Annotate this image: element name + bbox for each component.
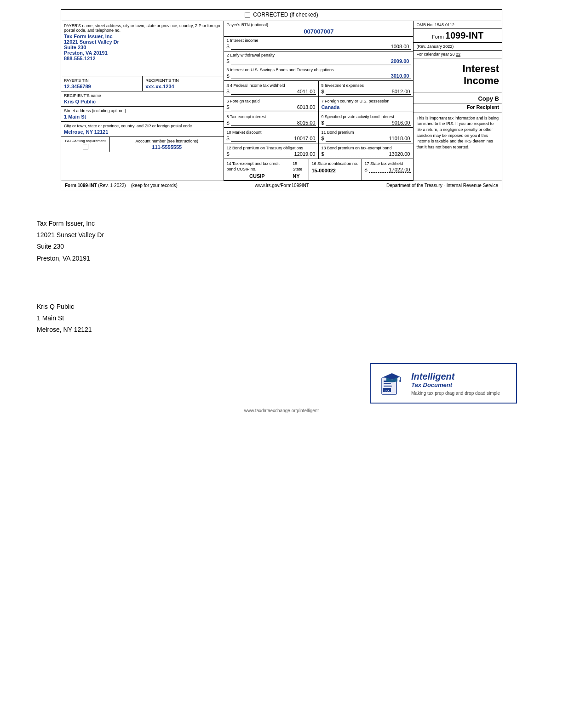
from-line1: Tax Form Issuer, Inc — [37, 218, 526, 229]
box3-amount: $ 3010.00 — [226, 73, 411, 79]
box17-cell: 17 State tax withheld $ 17022.00 — [362, 159, 413, 180]
box7-value: Canada — [321, 104, 411, 110]
tax-form-1099int: CORRECTED (if checked) PAYER'S name, str… — [61, 9, 502, 190]
box9-cell: 9 Specified private activity bond intere… — [319, 112, 413, 127]
recipient-street-cell: Street address (including apt. no.) 1 Ma… — [61, 107, 224, 122]
logo-title2: Tax Document — [411, 381, 452, 388]
box11-amount: $ 11018.00 — [321, 136, 411, 142]
box4-value: 4011.00 — [231, 89, 316, 95]
box5-label: 5 Investment expenses — [321, 83, 364, 88]
acct-label: Account number (see instructions) — [113, 139, 221, 143]
box17-label: 17 State tax withheld — [364, 161, 403, 166]
form-body: PAYER'S name, street address, city or to… — [61, 21, 502, 181]
logo-title-line2: Tax Document — [411, 381, 500, 389]
logo-text-block: Intelligent Tax Document Making tax prep… — [411, 371, 500, 396]
box16-value: 15-000022 — [311, 168, 359, 173]
box2-label: 2 Early withdrawal penalty — [226, 53, 411, 57]
box13-label: 13 Bond premium on tax-exempt bond — [321, 146, 391, 150]
box6-label: 6 Foreign tax paid — [226, 99, 259, 103]
footer-form: Form 1099-INT — [65, 183, 97, 188]
box16-cell: 16 State identification no. 15-000022 — [309, 159, 362, 180]
svg-rect-2 — [384, 383, 391, 384]
rev-cell: (Rev. January 2022) — [414, 43, 502, 51]
form-name-cell: Form 1099-INT — [414, 29, 502, 43]
box11-label: 11 Bond premium — [321, 130, 354, 135]
svg-rect-3 — [384, 386, 392, 387]
box8-value: 8015.00 — [231, 120, 316, 126]
mailing-section: Tax Form Issuer, Inc 12021 Sunset Valley… — [18, 218, 545, 336]
from-line4: Preston, VA 20191 — [37, 253, 526, 264]
acct-number: 111-5555555 — [113, 144, 221, 150]
box5-value: 5012.00 — [326, 89, 411, 95]
box10-amount: $ 10017.00 — [226, 136, 316, 142]
box7-cell: 7 Foreign country or U.S. possession Can… — [319, 97, 413, 112]
box12-dollar: $ — [226, 151, 229, 157]
footer-url-bottom: www.taxdataexchange.org/intelligent — [18, 408, 545, 413]
recipient-name-label: RECIPIENT'S name — [64, 93, 221, 98]
box13-value: 13020.00 — [326, 151, 411, 157]
copyb-cell: Copy B — [414, 92, 502, 103]
box12-cell: 12 Bond premium on Treasury obligations … — [224, 143, 319, 159]
box12-label: 12 Bond premium on Treasury obligations — [226, 146, 303, 150]
box4-cell: 4 4 Federal income tax withheld $ 4011.0… — [224, 81, 319, 96]
cal-year-suffix: 22 — [456, 52, 460, 57]
logo-icon: TAX — [378, 370, 406, 397]
box9-dollar: $ — [321, 120, 324, 125]
recipient-tin-cell: RECIPIENT'S TIN xxx-xx-1234 — [143, 76, 224, 91]
cal-year-label: For calendar year — [416, 52, 449, 57]
fatca-acct-row: FATCA filing requirement Account number … — [61, 137, 224, 152]
box14-value: CUSIP — [226, 173, 287, 179]
box12-13-row: 12 Bond premium on Treasury obligations … — [224, 143, 413, 159]
corrected-label: CORRECTED (if checked) — [253, 11, 318, 18]
box2-amount: $ 2009.00 — [226, 58, 411, 64]
from-line2: 12021 Sunset Valley Dr — [37, 229, 526, 241]
city-value: Melrose, NY 12121 — [64, 129, 221, 135]
box1-amount: $ 1008.00 — [226, 44, 411, 50]
box15-cell: 15 State NY — [290, 159, 309, 180]
col-left: PAYER'S name, street address, city or to… — [61, 21, 224, 181]
form-1099-int-label: 1099-INT — [445, 30, 483, 40]
box17-value: 17022.00 — [369, 167, 411, 173]
for-recipient-label: For Recipient — [467, 104, 499, 110]
box17-dollar: $ — [364, 167, 367, 172]
box2-dollar: $ — [226, 58, 229, 64]
box5-amount: $ 5012.00 — [321, 89, 411, 95]
rev-label: (Rev. January 2022) — [416, 44, 454, 49]
box6-dollar: $ — [226, 104, 229, 110]
mail-from: Tax Form Issuer, Inc 12021 Sunset Valley… — [37, 218, 526, 264]
recipient-tin-label: RECIPIENT'S TIN — [145, 78, 221, 83]
disclaimer-cell: This is important tax information and is… — [414, 113, 502, 181]
footer-left: Form 1099-INT (Rev. 1-2022) (keep for yo… — [65, 183, 178, 188]
box6-cell: 6 Foreign tax paid $ 6013.00 — [224, 97, 319, 112]
box1-value: 1008.00 — [231, 44, 411, 50]
box8-9-row: 8 Tax-exempt interest $ 8015.00 9 Specif… — [224, 112, 413, 128]
box4-5-row: 4 4 Federal income tax withheld $ 4011.0… — [224, 81, 413, 97]
footer-dept: Department of the Treasury - Internal Re… — [386, 183, 498, 188]
box10-dollar: $ — [226, 136, 229, 141]
col-mid: Payer's RTN (optional) 007007007 1 Inter… — [224, 21, 414, 181]
box10-value: 10017.00 — [231, 136, 316, 142]
cal-year-cell: For calendar year 20 22 — [414, 51, 502, 58]
payer-rtn-label: Payer's RTN (optional) — [226, 23, 411, 27]
to-line1: Kris Q Public — [37, 301, 526, 313]
logo-title-line1: Intelligent — [411, 371, 500, 381]
copyb-label: Copy B — [478, 95, 499, 102]
omb-label: OMB No. 1545-0112 — [416, 23, 454, 27]
box8-cell: 8 Tax-exempt interest $ 8015.00 — [224, 112, 319, 127]
payer-address1: 12021 Sunset Valley Dr — [64, 39, 221, 45]
mail-to: Kris Q Public 1 Main St Melrose, NY 1212… — [37, 301, 526, 336]
payer-rtn-cell: Payer's RTN (optional) 007007007 — [224, 21, 413, 37]
recipient-label-cell: For Recipient — [414, 103, 502, 113]
box3-value: 3010.00 — [231, 73, 411, 79]
box7-label: 7 Foreign country or U.S. possession — [321, 99, 389, 103]
footer-keep: (keep for your records) — [131, 183, 178, 188]
city-label: City or town, state or province, country… — [64, 124, 221, 128]
corrected-checkbox[interactable] — [245, 12, 250, 17]
box3-cell: 3 Interest on U.S. Savings Bonds and Tre… — [224, 66, 413, 81]
box6-amount: $ 6013.00 — [226, 104, 316, 110]
logo-subtitle: Making tax prep drag and drop dead simpl… — [411, 391, 500, 396]
recipient-tin-value: xxx-xx-1234 — [145, 84, 221, 89]
box10-cell: 10 Market discount $ 10017.00 — [224, 128, 319, 143]
box8-amount: $ 8015.00 — [226, 120, 316, 126]
fatca-checkbox[interactable] — [83, 144, 88, 149]
